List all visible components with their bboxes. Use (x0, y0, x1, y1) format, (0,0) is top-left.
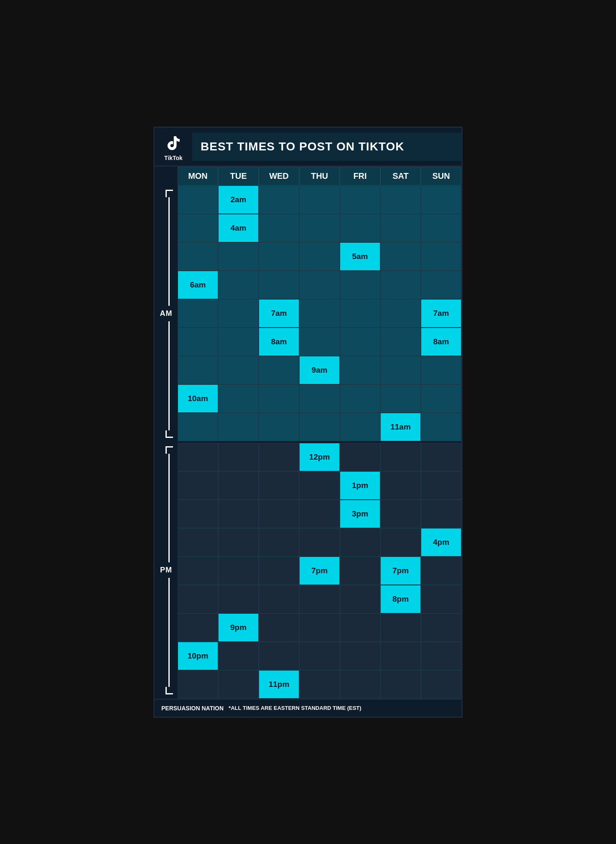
time-cell (178, 328, 218, 356)
pm-label-area: PM (155, 442, 178, 699)
pm-text: PM (160, 566, 172, 575)
time-cell (421, 384, 461, 413)
time-cell (380, 271, 421, 299)
time-cell (259, 500, 299, 528)
time-cell (299, 500, 340, 528)
time-cell: 8am (259, 328, 299, 356)
time-cell: 7pm (380, 557, 421, 585)
time-cell (299, 384, 340, 413)
bracket-top-am (165, 190, 173, 197)
time-cell: 4am (218, 214, 259, 242)
time-cell (380, 299, 421, 328)
time-cell (218, 299, 259, 328)
time-cell: 8pm (380, 585, 421, 613)
time-cell (178, 528, 218, 557)
time-cell (218, 557, 259, 585)
time-cell (178, 186, 218, 214)
time-cell (299, 613, 340, 642)
time-cell (421, 557, 461, 585)
time-cell (218, 642, 259, 670)
time-cell (299, 214, 340, 242)
time-cell (340, 613, 380, 642)
time-row: 10am (178, 384, 461, 413)
page-title: BEST TIMES TO POST ON TIKTOK (201, 140, 404, 153)
time-row: 11pm (178, 670, 461, 699)
time-cell (178, 356, 218, 384)
time-row: 5am (178, 242, 461, 271)
day-wed: Wed (259, 167, 299, 186)
time-cell (259, 642, 299, 670)
time-cell (299, 670, 340, 699)
spacer (155, 167, 178, 186)
time-cell (218, 328, 259, 356)
am-pm-labels: AM PM (155, 186, 178, 699)
time-cell (218, 528, 259, 557)
time-cell (340, 557, 380, 585)
time-cell (259, 413, 299, 441)
time-cell (178, 471, 218, 500)
time-cell (421, 642, 461, 670)
time-cell (421, 670, 461, 699)
time-cell (421, 471, 461, 500)
time-cell (380, 613, 421, 642)
time-cell (380, 528, 421, 557)
time-cell (421, 271, 461, 299)
time-row: 4pm (178, 528, 461, 557)
time-row: 7am7am (178, 299, 461, 328)
time-cell (178, 242, 218, 271)
tiktok-icon (163, 132, 184, 153)
day-sun: Sun (421, 167, 461, 186)
bracket-line-am-2 (168, 321, 170, 430)
logo-label: TikTok (164, 155, 183, 161)
time-cell (299, 271, 340, 299)
time-cell: 2am (218, 186, 259, 214)
time-cell: 10am (178, 384, 218, 413)
time-cell (178, 214, 218, 242)
time-cell: 8am (421, 328, 461, 356)
time-cell (421, 356, 461, 384)
day-fri: Fri (340, 167, 380, 186)
time-cell (340, 186, 380, 214)
time-cell: 5am (340, 242, 380, 271)
time-cell (178, 613, 218, 642)
time-row: 9am (178, 356, 461, 384)
time-cell (380, 328, 421, 356)
time-cell (421, 613, 461, 642)
time-cell (218, 242, 259, 271)
time-row: 12pm (178, 443, 461, 471)
time-cell (259, 186, 299, 214)
time-cell (340, 642, 380, 670)
title-area: BEST TIMES TO POST ON TIKTOK (192, 132, 461, 161)
time-cell (340, 328, 380, 356)
time-cell (259, 471, 299, 500)
time-cell (340, 271, 380, 299)
time-cell (340, 356, 380, 384)
day-tue: Tue (218, 167, 259, 186)
brand-label: PERSUASION NATION (161, 705, 224, 712)
time-cell: 11pm (259, 670, 299, 699)
time-cell (259, 585, 299, 613)
time-cell (340, 670, 380, 699)
bracket-line-am-1 (168, 197, 170, 306)
time-cell (259, 384, 299, 413)
bracket-top-pm (165, 446, 173, 454)
bracket-bottom-pm (165, 687, 173, 694)
time-cell: 7am (421, 299, 461, 328)
day-thu: Thu (299, 167, 340, 186)
time-cell (421, 585, 461, 613)
time-row: 8am8am (178, 328, 461, 356)
time-cell (421, 443, 461, 471)
time-cell (380, 186, 421, 214)
main-card: TikTok BEST TIMES TO POST ON TIKTOK Mon … (153, 127, 463, 718)
time-row: 9pm (178, 613, 461, 642)
time-row: 11am (178, 413, 461, 441)
time-cell (259, 214, 299, 242)
time-row: 1pm (178, 471, 461, 500)
time-cell (299, 642, 340, 670)
time-cell (178, 500, 218, 528)
time-cell (259, 242, 299, 271)
time-cell (340, 413, 380, 441)
time-cell (380, 642, 421, 670)
time-cell (340, 585, 380, 613)
time-row: 4am (178, 214, 461, 242)
